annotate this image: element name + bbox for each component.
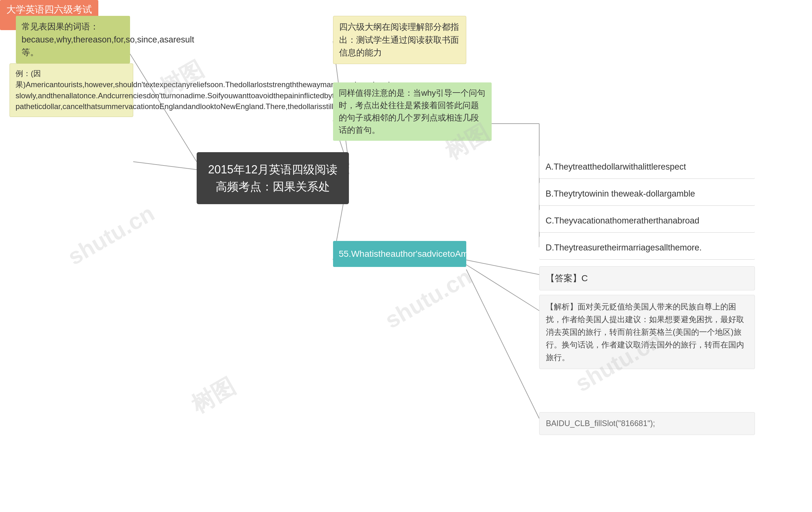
watermark-5: 树图 [186,371,241,420]
watermark-2: shutu.cn [63,200,159,270]
info-box-top: 四六级大纲在阅读理解部分都指出：测试学生通过阅读获取书面信息的能力 [333,16,466,64]
explanation-box: 【解析】面对美元贬值给美国人带来的民族自尊上的困扰，作者给美国人提出建议：如果想… [539,295,755,369]
option-c: C.Theyvacationathomeratherthanabroad [539,209,755,233]
answer-box: 【答案】C [539,266,755,291]
svg-line-11 [466,260,539,275]
option-a: A.Theytreatthedollarwithalittlerespect [539,155,755,179]
note-box-mid: 同样值得注意的是：当why引导一个问句时，考点出处往往是紧接着回答此问题的句子或… [333,83,492,141]
baidu-slot: BAIDU_CLB_fillSlot("816681"); [539,412,755,435]
svg-line-13 [466,269,539,419]
svg-line-4 [133,162,197,170]
title-box: 2015年12月英语四级阅读 高频考点：因果关系处 [197,152,349,204]
example-box: 例：(因果)Americantourists,however,shouldn't… [9,63,133,117]
question-box: 55.Whatistheauthor'sadvicetoAmericans? [333,241,466,267]
option-d: D.Theytreasuretheirmarriagesallthemore. [539,236,755,260]
svg-line-12 [466,265,539,311]
watermark-4: shutu.cn [381,263,476,333]
option-b: B.Theytrytowinin theweak-dollargamble [539,182,755,206]
causal-words-box: 常见表因果的词语：because,why,thereason,for,so,si… [16,16,130,63]
